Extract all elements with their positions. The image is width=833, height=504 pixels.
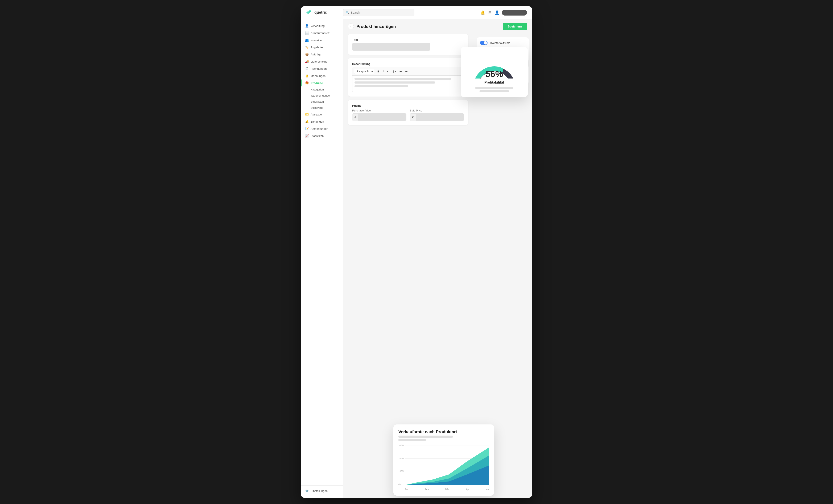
sidebar-sub-wareneingaenge[interactable]: Wareneingänge — [301, 93, 343, 99]
description-field-label: Beschreibung — [352, 62, 464, 66]
description-card: Beschreibung Paragraph B I ≡ ⋮≡ ↩ ↪ — [348, 58, 468, 97]
meldebestand-toggle[interactable] — [480, 47, 487, 52]
sale-price-input[interactable]: € — [410, 114, 464, 121]
search-bar[interactable]: 🔍 — [343, 9, 414, 16]
sales-method-select[interactable]: B2C B2B Both — [480, 74, 525, 81]
verwaltung-icon: 👤 — [305, 24, 309, 27]
header: quetric 🔍 🔔 ⊞ 👤 — [301, 6, 532, 19]
purchase-currency-symbol: € — [352, 114, 358, 121]
header-right: 🔔 ⊞ 👤 — [480, 10, 527, 16]
sidebar-item-anmerkungen[interactable]: 📝 Anmerkungen — [301, 125, 343, 132]
sidebar-item-kontakte[interactable]: 👥 Kontakte — [301, 36, 343, 44]
pricing-row: Purchase Price € Sale Price € — [352, 109, 464, 121]
sidebar-item-mahnungen[interactable]: 🔔 Mahnungen — [301, 72, 343, 79]
ordered-list-button[interactable]: ⋮≡ — [391, 69, 398, 74]
app-window: quetric 🔍 🔔 ⊞ 👤 👤 Verwaltung 📊 Armaturen… — [301, 6, 532, 498]
sidebar-sub-kategorien[interactable]: Kategorien — [301, 86, 343, 93]
skeleton-line-2 — [355, 81, 435, 83]
inventar-label: Inventar aktiviert — [490, 41, 509, 45]
unordered-list-button[interactable]: ≡ — [386, 69, 390, 74]
sidebar-sub-stuecklisten[interactable]: Stücklisten — [301, 99, 343, 105]
ausgaben-icon: 💳 — [305, 113, 309, 116]
grid-icon[interactable]: ⊞ — [487, 10, 492, 15]
sidebar-item-produkte[interactable]: 🎁 Produkte — [301, 79, 343, 86]
italic-button[interactable]: I — [381, 69, 385, 74]
sidebar-sub-stichworte[interactable]: Stichworte — [301, 105, 343, 111]
sale-price-value[interactable] — [416, 114, 464, 121]
purchase-price-value[interactable] — [358, 114, 406, 121]
main-layout: 👤 Verwaltung 📊 Armaturenbrett 👥 Kontakte… — [301, 19, 532, 498]
purchase-price-field: Purchase Price € — [352, 109, 406, 121]
inventar-toggle[interactable] — [480, 41, 487, 45]
nav-bottom: ⚙️ Einstellungen — [301, 485, 343, 494]
skeleton-line-1 — [355, 78, 451, 80]
page-title: Produkt hinzufügen — [356, 24, 396, 29]
logo-icon — [306, 9, 313, 16]
angebote-icon: 🏷️ — [305, 46, 309, 49]
mahnungen-icon: 🔔 — [305, 74, 309, 77]
bold-button[interactable]: B — [376, 69, 381, 74]
save-button[interactable]: Speichern — [503, 23, 527, 30]
sidebar-item-lieferscheine[interactable]: 🚚 Lieferscheine — [301, 58, 343, 65]
title-input-skeleton[interactable] — [352, 43, 430, 51]
sidebar: 👤 Verwaltung 📊 Armaturenbrett 👥 Kontakte… — [301, 19, 343, 498]
toggle-section: Inventar aktiviert Meldebestand Aktivier… — [477, 37, 529, 62]
pricing-card: Pricing Purchase Price € — [348, 100, 468, 125]
form-area: Titel Beschreibung Paragraph B I — [343, 34, 473, 130]
meldebestand-label: Meldebestand Aktivieren — [490, 48, 520, 51]
title-field-label: Titel — [352, 38, 464, 41]
sales-method-select-wrapper: B2C B2B Both — [480, 74, 525, 81]
logo: quetric — [306, 9, 339, 16]
sales-method-label: Sales Method — [480, 69, 525, 72]
skeleton-line-3 — [355, 85, 408, 87]
sale-price-label: Sale Price — [410, 109, 464, 112]
search-input[interactable] — [351, 11, 412, 14]
lieferscheine-icon: 🚚 — [305, 60, 309, 63]
kontakte-icon: 👥 — [305, 39, 309, 42]
produkte-icon: 🎁 — [305, 81, 309, 84]
armaturenbrett-icon: 📊 — [305, 31, 309, 35]
description-input[interactable] — [352, 76, 464, 92]
toggle-row-archiviert: Archiviert — [480, 54, 525, 58]
logo-text: quetric — [314, 10, 327, 15]
sale-price-field: Sale Price € — [410, 109, 464, 121]
undo-button[interactable]: ↩ — [398, 69, 403, 74]
rechnungen-icon: 📋 — [305, 67, 309, 70]
sidebar-item-rechnungen[interactable]: 📋 Rechnungen — [301, 65, 343, 72]
anmerkungen-icon: 📝 — [305, 127, 309, 130]
sidebar-item-statistiken[interactable]: 📈 Statistiken — [301, 132, 343, 140]
sidebar-item-zahlungen[interactable]: 💰 Zahlungen — [301, 118, 343, 125]
sidebar-item-angebote[interactable]: 🏷️ Angebote — [301, 44, 343, 51]
toggle-row-inventar: Inventar aktiviert — [480, 41, 525, 45]
redo-button[interactable]: ↪ — [404, 69, 409, 74]
purchase-price-input[interactable]: € — [352, 114, 406, 121]
paragraph-select[interactable]: Paragraph — [354, 69, 374, 74]
einstellungen-icon: ⚙️ — [305, 489, 309, 493]
page-header: ‹ Produkt hinzufügen Speichern — [343, 19, 532, 34]
search-icon: 🔍 — [346, 11, 349, 14]
zahlungen-icon: 💰 — [305, 120, 309, 123]
bell-icon[interactable]: 🔔 — [480, 10, 485, 15]
toggle-row-meldebestand: Meldebestand Aktivieren — [480, 47, 525, 52]
sidebar-item-armaturenbrett[interactable]: 📊 Armaturenbrett — [301, 29, 343, 36]
sale-currency-symbol: € — [410, 114, 416, 121]
content-area: Titel Beschreibung Paragraph B I — [343, 34, 473, 498]
sidebar-item-verwaltung[interactable]: 👤 Verwaltung — [301, 22, 343, 29]
sidebar-item-ausgaben[interactable]: 💳 Ausgaben — [301, 111, 343, 118]
auftraege-icon: 📦 — [305, 53, 309, 56]
pricing-label: Pricing — [352, 104, 464, 107]
title-card: Titel — [348, 34, 468, 55]
description-toolbar: Paragraph B I ≡ ⋮≡ ↩ ↪ — [352, 67, 464, 76]
sidebar-item-auftraege[interactable]: 📦 Aufträge — [301, 51, 343, 58]
user-badge[interactable] — [502, 10, 527, 16]
sales-section: Sales Method B2C B2B Both — [477, 65, 529, 84]
purchase-price-label: Purchase Price — [352, 109, 406, 112]
archiviert-toggle[interactable] — [480, 54, 487, 58]
statistiken-icon: 📈 — [305, 134, 309, 137]
archiviert-label: Archiviert — [490, 55, 501, 58]
sidebar-item-einstellungen[interactable]: ⚙️ Einstellungen — [301, 487, 343, 494]
back-button[interactable]: ‹ — [348, 24, 354, 29]
right-panel: Inventar aktiviert Meldebestand Aktivier… — [473, 34, 532, 498]
user-icon[interactable]: 👤 — [495, 10, 499, 15]
